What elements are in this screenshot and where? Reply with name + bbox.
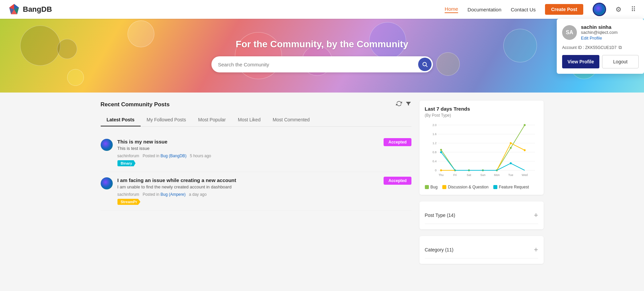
category-card: Category (11) + [419,236,544,264]
posts-header-icons [396,101,411,108]
post-badge: Accepted [384,139,411,145]
legend-bug-label: Bug [431,185,438,189]
grid-icon[interactable]: ⠿ [631,5,636,13]
legend-bug-dot [425,185,429,189]
svg-point-33 [524,124,526,126]
filter-icon[interactable] [405,101,411,108]
svg-point-38 [510,162,512,164]
svg-text:1.6: 1.6 [432,132,436,136]
user-email: sachin@iqlect.com [581,30,617,35]
tab-latest[interactable]: Latest Posts [101,114,141,126]
nav-contact[interactable]: Contact Us [511,7,536,12]
post-tag: Binary [117,160,136,166]
accepted-badge: Accepted [384,177,411,185]
svg-point-5 [423,62,427,66]
svg-point-37 [440,151,442,153]
svg-text:Wed: Wed [522,173,528,177]
post-description: I am unable to find the newly created ac… [117,184,379,189]
post-meta: sachinforum Posted in Bug (BangDB) 5 hou… [117,154,379,158]
legend-discussion-dot [442,185,446,189]
post-author: sachinforum [117,192,139,197]
search-button[interactable] [418,58,432,71]
tab-commented[interactable]: Most Commented [266,114,315,126]
chart-legend: Bug Discussion & Question Feature Reques… [425,185,538,189]
svg-text:0.4: 0.4 [432,160,436,163]
svg-text:0: 0 [435,169,436,172]
svg-text:Sun: Sun [480,173,486,177]
post-type-card: Post Type (14) + [419,201,544,229]
trends-title: Last 7 days Trends [425,106,538,112]
edit-profile-link[interactable]: Edit Profile [581,36,617,41]
create-post-button[interactable]: Create Post [545,4,583,15]
post-card: This is my new issue This is test issue … [101,133,411,172]
svg-point-32 [510,147,512,149]
post-author-avatar [101,177,113,189]
tab-followed[interactable]: My Followed Posts [141,114,192,126]
search-input[interactable] [218,62,418,67]
category-row: Category (11) + [425,241,538,258]
user-name: sachin sinha [581,24,617,30]
search-bar [211,56,433,72]
account-id-text: Account ID : ZKK55GCUE1D7 [562,45,616,50]
trends-chart: 2.0 1.6 1.2 0.8 0.4 0 Thu Fri Sat Sun Mo… [425,122,538,182]
svg-point-35 [510,142,512,144]
accepted-badge: Accepted [384,138,411,146]
main-layout: Recent Community Posts L [87,93,557,279]
navbar: BangDB Home Documentation Contact Us Cre… [0,0,644,19]
logout-button[interactable]: Logout [602,55,639,68]
settings-icon[interactable]: ⚙ [615,5,622,13]
post-category-link[interactable]: Bug (Ampere) [160,192,186,197]
post-content: This is my new issue This is test issue … [117,139,379,166]
post-author-avatar [101,139,113,151]
posts-section: Recent Community Posts L [101,101,411,271]
post-type-expand-button[interactable]: + [534,211,538,220]
svg-marker-7 [406,102,411,106]
dropdown-user-row: SA sachin sinha sachin@iqlect.com Edit P… [562,24,639,41]
svg-text:2.0: 2.0 [432,123,436,127]
legend-discussion-label: Discussion & Question [448,185,489,189]
nav-home[interactable]: Home [445,6,458,13]
navbar-nav: Home Documentation Contact Us Create Pos… [445,3,636,16]
brand-logo[interactable]: BangDB [8,3,52,15]
post-title[interactable]: This is my new issue [117,139,379,144]
legend-feature: Feature Request [493,185,529,189]
user-info: sachin sinha sachin@iqlect.com Edit Prof… [581,24,617,41]
svg-text:Sat: Sat [466,173,471,177]
svg-text:Mon: Mon [494,173,499,177]
svg-point-27 [440,149,442,151]
user-dropdown: SA sachin sinha sachin@iqlect.com Edit P… [557,19,644,74]
post-type-label: Post Type (14) [425,213,455,218]
category-label: Category (11) [425,247,454,252]
legend-discussion: Discussion & Question [442,185,489,189]
copy-icon[interactable]: ⧉ [618,45,622,50]
svg-point-34 [440,169,442,171]
svg-text:Tue: Tue [508,173,513,177]
svg-text:1.2: 1.2 [432,141,436,145]
posts-title: Recent Community Posts [101,101,170,108]
svg-point-36 [524,149,526,151]
post-category-link[interactable]: Bug (BangDB) [160,154,186,158]
post-title[interactable]: I am facing an issue while creating a ne… [117,177,379,183]
tab-popular[interactable]: Most Popular [192,114,232,126]
legend-feature-label: Feature Request [499,185,529,189]
dropdown-actions: View Profile Logout [562,55,639,68]
svg-line-6 [426,65,427,67]
svg-text:Thu: Thu [438,173,443,177]
nav-documentation[interactable]: Documentation [467,7,501,12]
post-badge: Accepted [384,177,411,183]
account-id-row: Account ID : ZKK55GCUE1D7 ⧉ [562,45,639,50]
post-card: I am facing an issue while creating a ne… [101,172,411,211]
legend-bug: Bug [425,185,438,189]
tab-liked[interactable]: Most Liked [232,114,267,126]
post-content: I am facing an issue while creating a ne… [117,177,379,205]
posts-header: Recent Community Posts [101,101,411,108]
view-profile-button[interactable]: View Profile [562,55,599,68]
category-expand-button[interactable]: + [534,245,538,254]
post-meta: sachinforum Posted in Bug (Ampere) a day… [117,192,379,197]
brand-icon [8,3,20,15]
user-avatar-button[interactable] [593,3,606,16]
sidebar: Last 7 days Trends (By Post Type) 2.0 1.… [419,101,544,271]
hero-banner: For the Community, by the Community [0,19,644,93]
refresh-icon[interactable] [396,101,402,108]
svg-text:Fri: Fri [453,173,456,177]
